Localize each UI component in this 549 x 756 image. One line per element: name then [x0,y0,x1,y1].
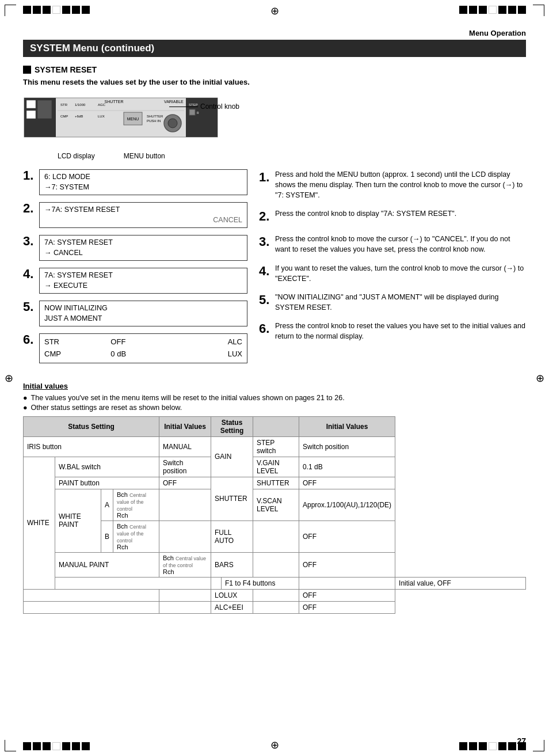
td-bch-a: Bch Central value of the control [117,491,155,512]
reg-marks-bottom-right [459,742,526,750]
svg-text:SHUTTER: SHUTTER [147,115,163,118]
status-0db: 0 dB [110,348,176,360]
td-a-bch-rch: Bch Central value of the control Rch [113,489,159,521]
td-rch-manual: Rch [163,568,207,575]
table-row-f1f4: F1 to F4 buttons Initial value, OFF [24,577,526,589]
td-vscan-value: Approx.1/100(AU),1/120(DE) [299,489,395,521]
right-step-1-text: Press and hold the MENU button (approx. … [275,169,526,200]
right-step-5-text: "NOW INITIALIZING" and "JUST A MOMENT" w… [275,292,526,313]
steps-right: 1. Press and hold the MENU button (appro… [259,169,526,370]
step-6-row2: CMP 0 dB LUX [44,348,242,360]
steps-container: 1. 6: LCD MODE →7: SYSTEM 2. →7A: SYSTEM… [23,169,526,370]
td-a-value [159,489,211,521]
step-5-line2: JUST A MOMENT [44,314,242,324]
step-5-line1: NOW INITIALIZING [44,303,242,314]
table-row-manual-paint: MANUAL PAINT Bch Central value of the co… [24,552,526,577]
camera-svg: STR 1/1000 AGC CMP +6dB LUX SHUTTER VARI… [23,92,219,141]
td-manual-paint-label: MANUAL PAINT [55,552,159,577]
right-step-2: 2. Press the control knob to display "7A… [259,208,526,226]
svg-text:PUSH IN: PUSH IN [147,119,161,123]
svg-rect-3 [26,100,36,108]
svg-point-20 [168,119,177,128]
status-alc: ALC [177,336,242,348]
step-1-line1: 6: LCD MODE [44,172,242,183]
td-paint-value: OFF [159,477,211,489]
td-rch-a: Rch [117,512,155,519]
step-4-line1: 7A: SYSTEM RESET [44,271,242,281]
td-bars-label: BARS [211,552,253,577]
td-alceei-label: ALC+EEI [211,601,253,613]
step-5-box: NOW INITIALIZING JUST A MOMENT [39,301,247,326]
step-6-number: 6. [23,332,39,347]
svg-rect-5 [37,100,52,119]
td-vgain-value: 0.1 dB [299,457,395,477]
corner-mark-bl [5,740,16,751]
section-header: SYSTEM RESET [23,65,526,74]
td-wbal-value: Switch position [159,457,211,477]
table-row-iris: IRIS button MANUAL GAIN STEP switch Swit… [24,436,526,457]
th-status-right2 [253,416,299,436]
td-alceei-value: OFF [299,601,395,613]
step-1-box: 6: LCD MODE →7: SYSTEM [39,169,247,195]
reg-marks-top-left [23,6,90,14]
svg-text:+6dB: +6dB [75,115,83,118]
table-row-lolux: LOLUX OFF [24,589,526,601]
step-2-number: 2. [23,201,39,216]
right-step-4-num: 4. [259,262,275,280]
td-f1f4-label: F1 to F4 buttons [222,577,299,589]
right-step-1-num: 1. [259,168,275,187]
step-1-line2: →7: SYSTEM [44,183,242,193]
right-step-3-text: Press the control knob to move the curso… [275,234,526,254]
td-lolux-value: OFF [299,589,395,601]
table-row-alceei: ALC+EEI OFF [24,601,526,613]
step-4-number: 4. [23,267,39,282]
status-str: STR [44,336,109,348]
td-shutter-sub-label: SHUTTER [253,477,299,489]
step-2: 2. →7A: SYSTEM RESET CANCEL [23,202,247,228]
corner-mark-tl [5,5,16,16]
right-step-4-text: If you want to reset the values, turn th… [275,263,526,284]
table-row-wbal: WHITE W.BAL switch Switch position V.GAI… [24,457,526,477]
td-empty-left2 [24,589,159,601]
svg-text:STR: STR [60,103,68,107]
step-5: 5. NOW INITIALIZING JUST A MOMENT [23,301,247,326]
td-step-switch-value: Switch position [299,436,395,457]
svg-text:CMP: CMP [60,115,68,118]
td-vscan-label: V.SCAN LEVEL [253,489,299,521]
bullet-2-text: Other status settings are reset as shown… [31,404,182,412]
crosshair-bottom: ⊕ [270,739,279,751]
td-empty-left3 [24,601,159,613]
step-2-row1: →7A: SYSTEM RESET [44,205,242,215]
step-4-line2: → EXECUTE [44,281,242,291]
reg-marks-bottom-left [23,742,90,750]
status-off: OFF [110,336,176,348]
bullet-1-text: The values you've set in the menu items … [31,394,345,402]
td-b-bch-rch: Bch Central value of the control Rch [113,521,159,552]
td-f1f4-value: Initial value, OFF [395,577,526,589]
td-step-switch-label: STEP switch [253,436,299,457]
step-3-line2: → CANCEL [44,248,242,259]
bullet-2-icon: ● [23,404,28,412]
title-bar: SYSTEM Menu (continued) [23,40,526,57]
td-iris-label: IRIS button [24,436,159,457]
td-bars-value: OFF [299,552,395,577]
td-bch-b: Bch Central value of the control [117,523,155,544]
td-gain-label: GAIN [211,436,253,477]
right-step-6-num: 6. [259,320,275,338]
td-lolux-value-label [253,589,299,601]
td-empty-left-val [211,577,222,589]
values-table: Status Setting Initial Values Status Set… [23,416,526,614]
td-lolux-label: LOLUX [211,589,253,601]
step-6-box: STR OFF ALC CMP 0 dB LUX [39,333,247,363]
section-title: SYSTEM RESET [35,65,97,74]
step-4-box: 7A: SYSTEM RESET → EXECUTE [39,268,247,294]
step-1-number: 1. [23,168,39,183]
reg-marks-top-right [459,6,526,14]
td-white-paint-label: WHITE PAINT [55,489,101,552]
td-alceei-value-label [253,601,299,613]
step-3: 3. 7A: SYSTEM RESET → CANCEL [23,235,247,261]
svg-text:1/1000: 1/1000 [75,103,86,107]
td-white-label: WHITE [24,457,55,589]
crosshair-top: ⊕ [270,5,279,17]
header-text: Menu Operation [23,29,526,37]
